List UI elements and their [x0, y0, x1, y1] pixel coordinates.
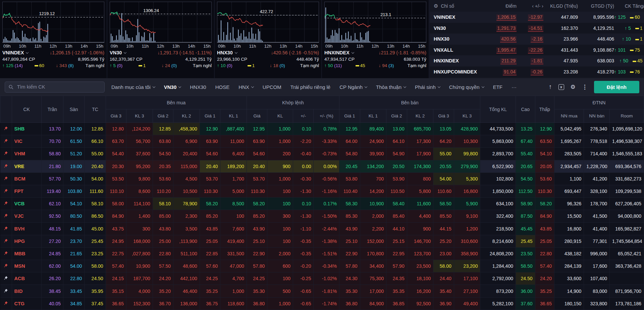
cell-ticker[interactable]: VJC: [12, 210, 41, 222]
cell-ticker[interactable]: FPT: [12, 185, 41, 197]
intraday-chart[interactable]: 1219.12: [2, 2, 104, 43]
cell-ticker[interactable]: BVH: [12, 222, 41, 235]
kebab-menu-icon[interactable]: ⋮: [582, 84, 588, 91]
pin-cell[interactable]: [0, 160, 12, 172]
col-high[interactable]: Cao: [516, 96, 535, 123]
pin-cell[interactable]: [0, 135, 12, 148]
pin-cell[interactable]: [0, 247, 12, 260]
cell-ticker[interactable]: MSN: [12, 260, 41, 272]
table-row[interactable]: MBB24.8521.6523.2522.75,027,80022.80511,…: [0, 247, 644, 260]
excel-export-icon[interactable]: x: [558, 84, 564, 90]
pin-cell[interactable]: [0, 123, 12, 135]
intraday-chart[interactable]: 1306.24: [110, 2, 212, 43]
pin-cell[interactable]: [0, 272, 12, 285]
col-match-price[interactable]: Giá: [247, 109, 267, 123]
table-row[interactable]: VHM58.8051.2055.0054.4037,60054.5020,400…: [0, 148, 644, 160]
pin-cell[interactable]: [0, 210, 12, 222]
col-sell-price-3[interactable]: Giá 3: [433, 109, 454, 123]
nav-item-danh-m-c-c-a-t-i[interactable]: Danh mục của tôi: [111, 84, 155, 90]
col-buy-price-3[interactable]: Giá 3: [106, 109, 126, 123]
gear-icon[interactable]: ⚙: [434, 3, 438, 9]
index-row[interactable]: HNX30420.56-2.1623.966448.406↑ 101↓ 18: [430, 34, 644, 45]
cell-ticker[interactable]: SHB: [12, 123, 41, 135]
index-row[interactable]: HNXUPCOMINDEX91.04-0.2623.208418.270↑ 10…: [430, 66, 644, 78]
table-row[interactable]: MSN62.0054.0058.0057.4010,90057.5048,600…: [0, 260, 644, 272]
pin-cell[interactable]: [0, 198, 12, 210]
index-row[interactable]: HNXINDEX211.29-1.8147.935638.003↑ 5045↓ …: [430, 55, 644, 66]
cell-ticker[interactable]: BID: [12, 285, 41, 297]
col-foreign-room[interactable]: Room: [610, 109, 644, 123]
search-input[interactable]: [16, 84, 101, 90]
cell-ticker[interactable]: MBB: [12, 247, 41, 260]
col-sell-price-1[interactable]: Giá 1: [339, 109, 360, 123]
nav-item-tr-i-phi-u-ri-ng-l-[interactable]: Trái phiếu riêng lẻ: [290, 84, 331, 90]
col-sell-vol-3[interactable]: KL 3: [454, 109, 480, 123]
cell-ticker[interactable]: HPG: [12, 235, 41, 247]
chart-area[interactable]: 422.72: [217, 2, 319, 43]
table-row[interactable]: BCM57.7050.3054.0053.509,80053.604,50053…: [0, 172, 644, 185]
col-sell-price-2[interactable]: Giá 2: [386, 109, 407, 123]
cell-ticker[interactable]: CTG: [12, 297, 41, 310]
index-name[interactable]: VN30: [110, 50, 126, 55]
table-row[interactable]: SHB13.7012.0012.8512.80,124,20012.85,458…: [0, 123, 644, 135]
table-row[interactable]: VCB62.1054.1058.1058.00114,10058.1078,90…: [0, 198, 644, 210]
index-row[interactable]: VNXALL1,995.47-22.26431.4439,108.867↑ 10…: [430, 45, 644, 56]
nav-item-cp-ng-nh[interactable]: CP Ngành: [339, 84, 367, 90]
index-name[interactable]: HNXINDEX: [324, 50, 354, 55]
index-name[interactable]: VNINDEX: [2, 50, 28, 55]
col-sell-vol-2[interactable]: KL 2: [407, 109, 433, 123]
table-row[interactable]: ACB26.2022.8024.5024.15187,70024.20442,1…: [0, 272, 644, 285]
index-row[interactable]: VN301,291.73-14.51162.3704,129.251↑ 51↓ …: [430, 23, 644, 34]
nav-item-etf[interactable]: ETF: [493, 84, 502, 90]
col-floor[interactable]: Sàn: [63, 96, 85, 123]
pin-cell[interactable]: [0, 260, 12, 272]
col-low[interactable]: Thấp: [535, 96, 554, 123]
table-row[interactable]: VRE21.8019.0020.4020.3095,20020.35115,00…: [0, 160, 644, 172]
search-box[interactable]: [5, 82, 105, 93]
pin-cell[interactable]: [0, 235, 12, 247]
index-row[interactable]: VNINDEX1,206.15-12.97447.8098,995.596↑ 1…: [430, 12, 644, 23]
cell-ticker[interactable]: ACB: [12, 272, 41, 285]
cell-ticker[interactable]: VCB: [12, 198, 41, 210]
settings-gear-icon[interactable]: ⚙: [571, 84, 576, 91]
col-buy-price-1[interactable]: Giá 1: [200, 109, 220, 123]
cell-ticker[interactable]: BCM: [12, 172, 41, 185]
chart-area[interactable]: 213.1: [324, 2, 426, 43]
table-row[interactable]: BID38.4533.4535.9535.154,00035.2046,4003…: [0, 285, 644, 297]
place-order-button[interactable]: Đặt lệnh: [594, 81, 639, 93]
table-row[interactable]: CTG40.0534.8537.4536.65152,30036.70136,0…: [0, 297, 644, 310]
col-buy-vol-3[interactable]: KL 3: [126, 109, 153, 123]
upload-icon[interactable]: ↑: [549, 83, 552, 91]
cell-ticker[interactable]: VRE: [12, 160, 41, 172]
nav-item-hnx30[interactable]: HNX30: [190, 84, 206, 90]
nav-item-hose[interactable]: HOSE: [215, 84, 230, 90]
table-row[interactable]: VJC92.5080.5086.5084.901,40085.002,30085…: [0, 210, 644, 222]
nav-item-vn30[interactable]: VN30: [164, 84, 181, 90]
chart-area[interactable]: 1306.24: [110, 2, 212, 43]
col-buy-vol-1[interactable]: KL 1: [220, 109, 247, 123]
nav-item-upcom[interactable]: UPCOM: [263, 84, 281, 90]
cell-ticker[interactable]: VHM: [12, 148, 41, 160]
nav-item-ch-ng-quy-n[interactable]: Chứng quyền: [449, 84, 484, 90]
col-buy-price-2[interactable]: Giá 2: [153, 109, 173, 123]
col-reference[interactable]: TC: [85, 96, 106, 123]
col-match-vol[interactable]: KL: [267, 109, 293, 123]
chart-area[interactable]: 1219.12: [2, 2, 104, 43]
cell-ticker[interactable]: VIC: [12, 135, 41, 148]
table-row[interactable]: FPT119.40103.80111.60110.108,600110.2010…: [0, 185, 644, 197]
intraday-chart[interactable]: 422.72: [217, 2, 319, 43]
col-foreign-buy[interactable]: NN mua: [554, 109, 584, 123]
nav-item--[interactable]: ···: [512, 84, 517, 90]
col-sell-vol-1[interactable]: KL 1: [360, 109, 386, 123]
table-row[interactable]: BVH48.1541.8545.0043.7530043.803,50043.8…: [0, 222, 644, 235]
table-row[interactable]: VIC70.7061.5066.1063.7056,70063.806,9006…: [0, 135, 644, 148]
nav-item-th-a-thu-n[interactable]: Thỏa thuận: [376, 84, 406, 90]
table-row[interactable]: HPG27.2023.7025.4524.95168,00025.00,113,…: [0, 235, 644, 247]
col-foreign-sell[interactable]: NN bán: [584, 109, 610, 123]
col-match-change-pct[interactable]: +/- (%): [314, 109, 339, 123]
pin-cell[interactable]: [0, 172, 12, 185]
pin-cell[interactable]: [0, 222, 12, 235]
pin-cell[interactable]: [0, 148, 12, 160]
col-buy-vol-2[interactable]: KL 2: [173, 109, 200, 123]
pin-cell[interactable]: [0, 185, 12, 197]
